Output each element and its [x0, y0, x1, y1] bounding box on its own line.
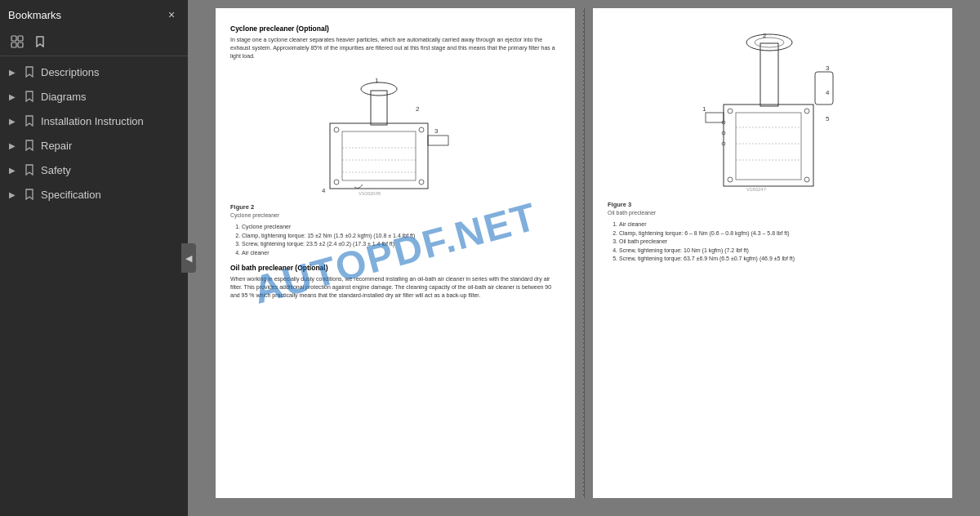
svg-text:2: 2: [763, 32, 767, 39]
figure3-container: 2 3 4 1 5: [608, 31, 938, 194]
bookmark-icon: [34, 36, 46, 47]
figure3-drawing: 2 3 4 1 5: [699, 31, 846, 194]
nav-label-safety: Safety: [41, 164, 181, 176]
chevron-icon: ▶: [7, 189, 18, 200]
svg-text:4: 4: [826, 89, 830, 96]
sidebar-item-descriptions[interactable]: ▶ Descriptions: [0, 60, 188, 84]
bookmark-nav-icon: [23, 163, 36, 176]
svg-text:1: 1: [702, 105, 706, 113]
bookmark-nav-icon: [23, 90, 36, 103]
sidebar-header-left: Bookmarks: [8, 9, 61, 21]
list-item: Clamp, tightening torque: 15 ±2 Nm (1.5 …: [242, 232, 560, 241]
collapse-icon: ◀: [185, 253, 192, 264]
figure2-drawing: 1 2 3 4 V1002045: [314, 66, 477, 197]
figure2-label: Figure 2: [230, 203, 560, 211]
bookmark-nav-icon: [23, 114, 36, 127]
svg-text:2: 2: [416, 105, 420, 113]
svg-rect-0: [11, 36, 16, 41]
svg-rect-27: [706, 113, 724, 122]
figure2-container: 1 2 3 4 V1002045: [230, 66, 560, 197]
svg-text:V180247: V180247: [746, 187, 767, 192]
list-item: Screw, tightening torque: 63.7 ±6.9 Nm (…: [619, 255, 938, 264]
chevron-icon: ▶: [7, 91, 18, 102]
sidebar-item-repair[interactable]: ▶ Repair: [0, 133, 188, 158]
svg-rect-5: [342, 131, 416, 180]
list-item: Screw, tightening torque: 10 Nm (1 kgfm)…: [619, 247, 938, 256]
content-area: Cyclone precleaner (Optional) In stage o…: [188, 0, 980, 516]
sidebar-toolbar: [0, 29, 188, 56]
list-item: Air cleaner: [619, 220, 938, 229]
sidebar-item-specification[interactable]: ▶ Specification: [0, 182, 188, 207]
list-item: Clamp, tightening torque: 6 – 8 Nm (0.6 …: [619, 229, 938, 238]
sidebar-item-installation[interactable]: ▶ Installation Instruction: [0, 109, 188, 133]
section1-body: In stage one a cyclone cleaner separates…: [230, 36, 560, 60]
svg-point-37: [804, 109, 809, 113]
chevron-icon: ▶: [7, 115, 18, 127]
list-item: Air cleaner: [242, 249, 560, 258]
page-divider: [583, 8, 585, 498]
section2-title: Oil bath precleaner (Optional): [230, 264, 560, 272]
figure2-list: Cyclone precleaner Clamp, tightening tor…: [230, 223, 560, 257]
bookmark-nav-icon: [23, 188, 36, 201]
svg-point-7: [361, 82, 397, 96]
svg-point-39: [804, 177, 809, 182]
svg-point-24: [746, 34, 792, 51]
page-left: Cyclone precleaner (Optional) In stage o…: [216, 8, 575, 498]
svg-point-17: [419, 127, 424, 132]
svg-rect-4: [330, 123, 428, 189]
nav-label-specification: Specification: [41, 189, 181, 201]
chevron-icon: ▶: [7, 66, 18, 78]
svg-rect-8: [428, 136, 448, 145]
bookmark-nav-icon: [23, 65, 36, 78]
svg-rect-26: [815, 72, 833, 105]
sidebar-item-diagrams[interactable]: ▶ Diagrams: [0, 84, 188, 109]
expand-all-icon: [10, 34, 24, 49]
list-item: Cyclone precleaner: [242, 223, 560, 232]
figure3-label: Figure 3: [608, 201, 938, 208]
list-item: Screw, tightening torque: 23.5 ±2 (2.4 ±…: [242, 240, 560, 249]
svg-rect-21: [724, 105, 813, 186]
chevron-icon: ▶: [7, 140, 18, 151]
section2-body: When working in especially dusty conditi…: [230, 275, 560, 299]
svg-text:4: 4: [322, 187, 326, 194]
svg-rect-3: [18, 42, 23, 47]
svg-rect-23: [760, 43, 778, 106]
bookmark-nav-icon: [23, 139, 36, 152]
svg-text:3: 3: [826, 64, 830, 72]
svg-point-19: [419, 180, 424, 185]
svg-point-38: [728, 177, 733, 182]
bookmark-button[interactable]: [33, 34, 47, 49]
collapse-handle[interactable]: ◀: [181, 243, 196, 273]
figure2-caption: Cyclone precleaner: [230, 212, 560, 218]
svg-point-25: [755, 38, 784, 47]
list-item: Oil bath precleaner: [619, 238, 938, 247]
nav-label-diagrams: Diagrams: [41, 91, 181, 103]
nav-label-installation: Installation Instruction: [41, 115, 181, 127]
page-right: 2 3 4 1 5: [593, 8, 952, 498]
svg-text:V1002045: V1002045: [359, 191, 381, 196]
svg-point-16: [334, 127, 339, 132]
svg-rect-1: [18, 36, 23, 41]
svg-text:5: 5: [826, 115, 830, 122]
section1-title: Cyclone precleaner (Optional): [230, 24, 560, 33]
bookmarks-title: Bookmarks: [8, 9, 61, 21]
svg-text:1: 1: [375, 77, 379, 84]
expand-all-button[interactable]: [8, 33, 26, 51]
sidebar: Bookmarks × ▶: [0, 0, 188, 516]
svg-rect-2: [11, 42, 16, 47]
close-button[interactable]: ×: [163, 7, 180, 23]
svg-point-36: [728, 109, 733, 113]
svg-text:3: 3: [434, 127, 439, 135]
sidebar-header: Bookmarks ×: [0, 0, 188, 29]
sidebar-item-safety[interactable]: ▶ Safety: [0, 158, 188, 182]
chevron-icon: ▶: [7, 164, 18, 176]
figure3-list: Air cleaner Clamp, tightening torque: 6 …: [608, 220, 938, 264]
close-icon: ×: [168, 8, 175, 21]
sidebar-nav: ▶ Descriptions ▶ Diagrams ▶: [0, 56, 188, 516]
nav-label-descriptions: Descriptions: [41, 66, 181, 78]
svg-point-18: [334, 180, 339, 185]
svg-rect-22: [736, 113, 801, 180]
figure3-caption: Oil bath precleaner: [608, 210, 938, 216]
nav-label-repair: Repair: [41, 140, 181, 152]
